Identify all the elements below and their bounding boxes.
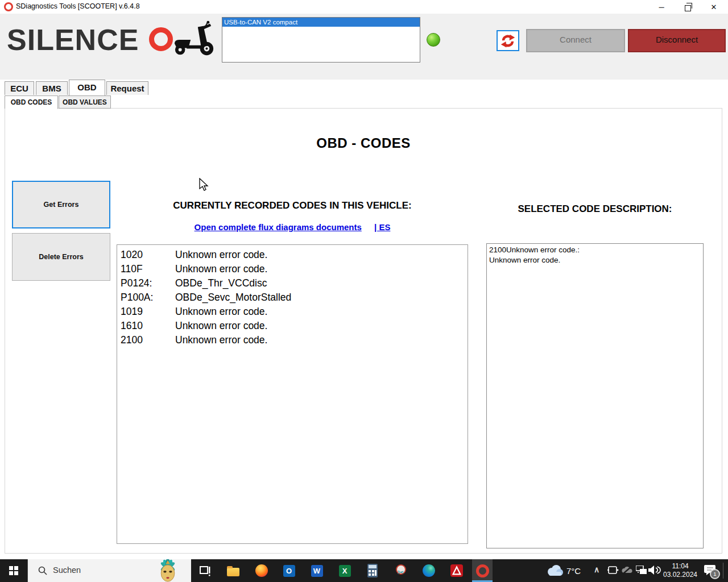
calculator-icon[interactable] — [366, 564, 379, 577]
firefox-icon[interactable] — [255, 564, 268, 577]
flux-diagrams-link[interactable]: Open complete flux diagrams documents — [195, 222, 362, 232]
subtab-obd-codes[interactable]: OBD CODES — [5, 95, 58, 109]
taskbar: Suchen — [0, 559, 728, 582]
svg-text:✂: ✂ — [398, 568, 404, 577]
tab-request[interactable]: Request — [106, 81, 148, 95]
scooter-icon — [173, 20, 216, 58]
error-code-row[interactable]: 110F Unknown error code. — [117, 262, 468, 276]
onedrive-offline-icon[interactable] — [621, 566, 634, 575]
brand-ring-icon — [149, 27, 173, 51]
network-icon[interactable] — [636, 566, 647, 575]
snipping-tool-icon[interactable]: ✂ — [395, 564, 408, 577]
app-window: SDiagnostics Tools [SCOOTER] v.6.4.8 ─ ✕… — [0, 0, 728, 582]
weather-cloud-icon — [546, 564, 563, 577]
error-code-row[interactable]: 2100 Unknown error code. — [117, 333, 468, 347]
title-bar: SDiagnostics Tools [SCOOTER] v.6.4.8 ─ ✕ — [0, 0, 728, 14]
file-explorer-icon[interactable] — [226, 564, 240, 577]
error-code-row[interactable]: P0124: OBDe_Thr_VCCdisc — [117, 276, 468, 290]
subtab-obd-values[interactable]: OBD VALUES — [59, 95, 111, 109]
outlook-icon[interactable]: O — [282, 564, 296, 577]
tray-overflow-chevron-icon[interactable]: ∧ — [594, 565, 599, 574]
clock-time: 11:04 — [660, 562, 701, 571]
tablet-mode-icon[interactable] — [607, 566, 619, 576]
description-line: 2100Unknown error code.: — [489, 245, 701, 255]
error-code-row[interactable]: 1020 Unknown error code. — [117, 248, 468, 262]
error-codes-listbox[interactable]: 1020 Unknown error code. 110F Unknown er… — [117, 244, 468, 544]
refresh-devices-button[interactable] — [497, 30, 519, 51]
error-code-row[interactable]: 1019 Unknown error code. — [117, 305, 468, 319]
brand-logo: SILENCE — [7, 23, 139, 57]
start-button[interactable] — [0, 559, 27, 582]
search-icon — [38, 566, 47, 575]
tab-obd[interactable]: OBD — [69, 80, 105, 95]
task-view-icon[interactable] — [198, 564, 212, 577]
restore-icon — [685, 5, 691, 11]
weather-temperature[interactable]: 7°C — [566, 566, 581, 576]
error-code-row[interactable]: 1610 Unknown error code. — [117, 319, 468, 333]
search-placeholder-text: Suchen — [53, 566, 81, 575]
notification-count-badge: 1 — [710, 569, 720, 579]
get-errors-button[interactable]: Get Errors — [12, 181, 110, 228]
volume-icon[interactable] — [648, 565, 661, 575]
app-logo-icon — [4, 2, 13, 11]
header-bar: SILENCE USB-to-CAN V2 compact Connect Di — [0, 14, 728, 80]
tab-bms[interactable]: BMS — [36, 81, 68, 95]
error-code-row[interactable]: P100A: OBDe_Sevc_MotorStalled — [117, 290, 468, 305]
close-button[interactable]: ✕ — [701, 0, 727, 15]
restore-button[interactable] — [675, 0, 701, 15]
windows-logo-icon — [9, 566, 18, 575]
es-language-link[interactable]: | ES — [374, 222, 390, 232]
taskbar-search-box[interactable]: Suchen — [27, 559, 191, 582]
connect-button[interactable]: Connect — [526, 29, 625, 52]
show-desktop-separator[interactable] — [723, 563, 723, 579]
excel-icon[interactable]: X — [338, 564, 351, 577]
minimize-button[interactable]: ─ — [648, 0, 675, 15]
disconnect-button[interactable]: Disconnect — [628, 29, 726, 52]
acrobat-icon[interactable] — [450, 564, 464, 577]
page-title: OBD - CODES — [5, 135, 722, 151]
recorded-codes-heading: CURRENTLY RECORDED CODES IN THIS VEHICLE… — [117, 200, 468, 211]
silence-ring-icon — [476, 564, 489, 577]
refresh-icon — [500, 34, 516, 48]
word-icon[interactable]: W — [310, 564, 324, 577]
silence-app-taskbar-icon[interactable] — [472, 559, 493, 582]
device-listbox[interactable]: USB-to-CAN V2 compact — [222, 17, 420, 63]
selected-code-heading: SELECTED CODE DESCRIPTION: — [486, 203, 704, 215]
connection-led-indicator — [427, 33, 440, 47]
selected-code-description-box[interactable]: 2100Unknown error code.: Unknown error c… — [486, 243, 704, 548]
tab-ecu[interactable]: ECU — [5, 81, 34, 95]
links-row: Open complete flux diagrams documents | … — [117, 222, 468, 232]
description-line: Unknown error code. — [489, 255, 701, 265]
device-listbox-selected-item[interactable]: USB-to-CAN V2 compact — [222, 18, 420, 27]
edge-icon[interactable] — [422, 564, 436, 577]
search-highlight-mask-image — [145, 559, 191, 582]
window-title: SDiagnostics Tools [SCOOTER] v.6.4.8 — [16, 2, 140, 10]
clock-date: 03.02.2024 — [660, 571, 701, 579]
delete-errors-button[interactable]: Delete Errors — [12, 233, 110, 281]
taskbar-clock[interactable]: 11:04 03.02.2024 — [660, 562, 701, 579]
